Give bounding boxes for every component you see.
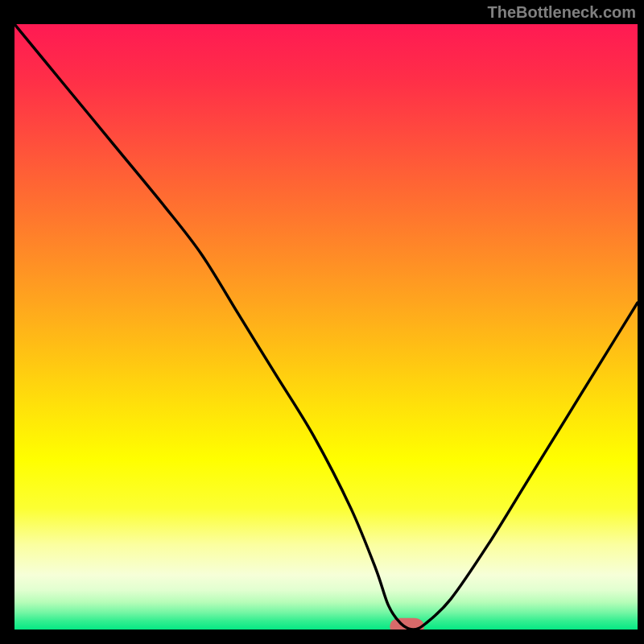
- attribution-watermark: TheBottleneck.com: [488, 3, 636, 22]
- gradient-backdrop: [14, 24, 638, 630]
- chart-frame: TheBottleneck.com: [0, 0, 644, 644]
- plot-area: [14, 24, 638, 630]
- bottleneck-chart: [14, 24, 638, 630]
